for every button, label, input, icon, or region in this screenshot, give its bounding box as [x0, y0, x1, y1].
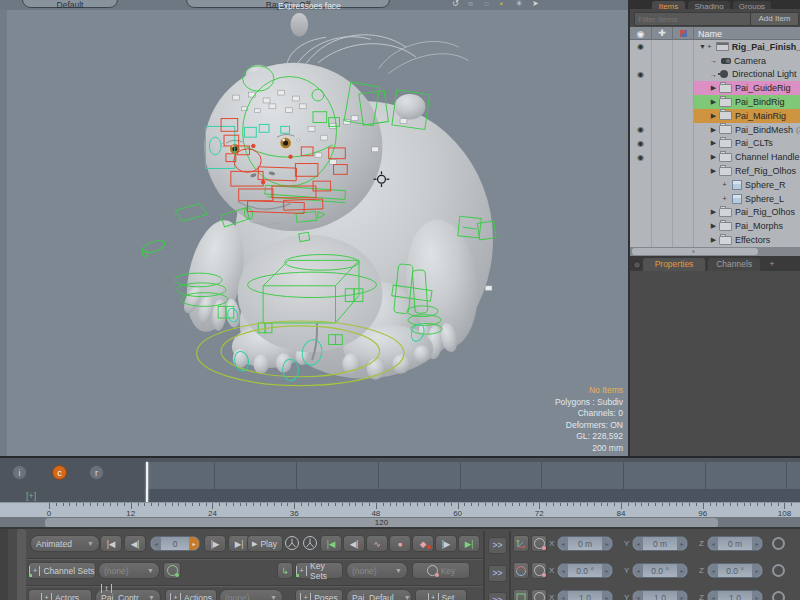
scale-z-field[interactable]: ◂1.0▸	[707, 590, 763, 600]
character-model[interactable]	[178, 63, 493, 380]
channel-set-dropdown[interactable]: (none)▼	[98, 562, 160, 579]
step-back-icon[interactable]: ◀|	[124, 535, 146, 552]
branch-icon[interactable]: +	[720, 181, 729, 188]
tree-item-pai-clts[interactable]: ◉▶Pai_CLTs	[630, 137, 800, 151]
next-frame-icon[interactable]: |▶	[435, 535, 457, 552]
floating-null-egg[interactable]	[291, 13, 309, 36]
visibility-cell[interactable]	[630, 164, 652, 178]
expand-transform-button[interactable]: >>	[488, 537, 507, 554]
pin-cell[interactable]	[652, 123, 673, 137]
add-icon[interactable]: +	[707, 42, 712, 51]
magnifier-icon[interactable]: ◌	[484, 0, 489, 8]
collapsed-arrow-icon[interactable]: ▶	[709, 112, 718, 120]
tree-item-pai-bindrig[interactable]: ▶Pai_BindRig	[630, 95, 800, 109]
tree-item-ref-rig-olhos[interactable]: ▶Ref_Rig_Olhos	[630, 164, 800, 178]
name-column-header[interactable]: Name	[694, 27, 800, 40]
circle-tool-icon[interactable]: ○	[468, 0, 473, 8]
tree-item-name[interactable]: +Sphere_R	[694, 178, 800, 192]
timeline-toggle-r[interactable]: r	[89, 465, 104, 480]
camera-nav-icon[interactable]: ➤	[532, 0, 539, 8]
visibility-cell[interactable]: ◉	[630, 40, 652, 54]
pin-cell[interactable]	[652, 219, 673, 233]
tree-item-name[interactable]: ▶Pai_BindRig	[694, 95, 800, 109]
current-frame-field[interactable]: ◂0 ▸	[150, 536, 200, 551]
position-x-field[interactable]: ◂0 m▸	[557, 536, 613, 551]
default-button[interactable]: Default	[22, 0, 118, 8]
timeline-toggle-i[interactable]: i	[12, 465, 27, 480]
tree-item-name[interactable]: →Camera	[694, 54, 800, 68]
tree-item-pai-morphs[interactable]: ▶Pai_Morphs	[630, 219, 800, 233]
scale-reset-button[interactable]	[772, 591, 785, 600]
render-cell[interactable]	[673, 81, 694, 95]
tree-item-sphere-r[interactable]: +Sphere_R	[630, 178, 800, 192]
render-cell[interactable]	[673, 150, 694, 164]
scrollbar-thumb[interactable]	[632, 248, 758, 255]
visibility-cell[interactable]: ◉	[630, 150, 652, 164]
frame-ruler[interactable]: 01224364860728496108	[0, 502, 800, 517]
collapsed-arrow-icon[interactable]: ▶	[709, 167, 718, 175]
tree-item-name[interactable]: ▶Pai_Morphs	[694, 219, 800, 233]
tree-item-name[interactable]: ▶Pai_CLTs	[694, 137, 800, 151]
visibility-cell[interactable]	[630, 54, 652, 68]
tree-horizontal-scrollbar[interactable]	[630, 247, 800, 256]
record-icon[interactable]: ●	[389, 535, 411, 552]
anim-layers-icon[interactable]	[302, 535, 318, 551]
action-track[interactable]	[145, 489, 800, 502]
tree-item-name[interactable]: →Directional Light	[694, 68, 800, 82]
collapsed-arrow-icon[interactable]: ▶	[709, 126, 718, 134]
visibility-cell[interactable]	[630, 233, 652, 247]
pin-cell[interactable]	[652, 81, 673, 95]
eye-icon[interactable]: ◉	[637, 153, 644, 162]
render-cell[interactable]	[673, 178, 694, 192]
tree-item-name[interactable]: ▶Pai_Rig_Olhos	[694, 206, 800, 220]
timeline-toggle-c[interactable]: c	[52, 465, 67, 480]
expand-scale-button[interactable]: >>	[488, 592, 507, 600]
left-handle-strip[interactable]	[17, 529, 26, 600]
visibility-cell[interactable]: ◉	[630, 68, 652, 82]
filter-items-input[interactable]	[634, 12, 752, 26]
pin-cell[interactable]	[652, 178, 673, 192]
render-cell[interactable]	[673, 109, 694, 123]
play-button[interactable]: ▶ Play	[247, 535, 283, 552]
collapsed-arrow-icon[interactable]: ▶	[709, 153, 718, 161]
key-button[interactable]: Key	[412, 562, 470, 579]
key-set-dropdown[interactable]: (none)▼	[346, 562, 408, 579]
tab-properties[interactable]: Properties	[643, 258, 705, 271]
eye-icon[interactable]: ◉	[637, 139, 644, 148]
tree-item-pai-rig-olhos[interactable]: ▶Pai_Rig_Olhos	[630, 206, 800, 220]
3d-viewport[interactable]: No Items Polygons : SubdivChannels: 0Def…	[0, 10, 628, 456]
visibility-cell[interactable]	[630, 192, 652, 206]
render-cell[interactable]	[673, 219, 694, 233]
pin-cell[interactable]	[652, 192, 673, 206]
rotation-reset-button[interactable]	[772, 564, 785, 577]
step-forward-icon[interactable]: |▶	[204, 535, 226, 552]
collapsed-arrow-icon[interactable]: ▶	[709, 139, 718, 147]
tree-item-effectors[interactable]: ▶Effectors	[630, 233, 800, 247]
position-tool-icon[interactable]	[513, 535, 529, 552]
gear-icon[interactable]: ✳	[516, 0, 523, 8]
tree-item-name[interactable]: ▶Ref_Rig_Olhos	[694, 164, 800, 178]
visibility-cell[interactable]: ◉	[630, 123, 652, 137]
tree-item-name[interactable]: ▶Pai_MainRig	[694, 109, 800, 123]
visibility-cell[interactable]	[630, 206, 652, 220]
visibility-cell[interactable]	[630, 219, 652, 233]
add-channel-set-button[interactable]: ↳	[277, 562, 293, 579]
position-key-icon[interactable]	[531, 535, 547, 552]
rotation-x-field[interactable]: ◂0.0 °▸	[557, 563, 613, 578]
visibility-cell[interactable]: ◉	[630, 137, 652, 151]
playhead[interactable]	[146, 462, 148, 502]
action-dropdown[interactable]: (none)▼	[219, 589, 283, 600]
tree-item-sphere-l[interactable]: +Sphere_L	[630, 192, 800, 206]
prev-key-icon[interactable]: |◀	[320, 535, 342, 552]
tree-item-pai-guiderig[interactable]: ▶Pai_GuideRig	[630, 81, 800, 95]
pin-cell[interactable]	[652, 95, 673, 109]
tab-channels[interactable]: Channels	[708, 258, 760, 271]
rotation-y-field[interactable]: ◂0.0 °▸	[632, 563, 688, 578]
tab-groups[interactable]: Groups	[733, 1, 771, 9]
pin-cell[interactable]	[652, 233, 673, 247]
pin-cell[interactable]	[652, 206, 673, 220]
tab-items[interactable]: Items	[652, 1, 685, 9]
branch-icon[interactable]: +	[720, 195, 729, 202]
add-key-icon[interactable]: ◆	[412, 535, 434, 552]
eye-icon[interactable]: ◉	[637, 70, 644, 79]
